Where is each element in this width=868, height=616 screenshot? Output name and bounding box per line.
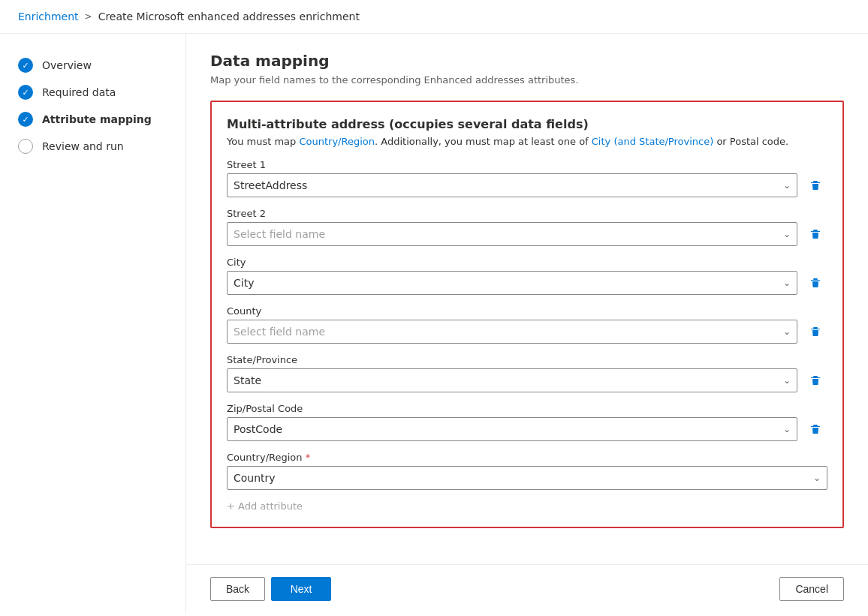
delete-btn-county[interactable] [803, 320, 827, 344]
field-select-state[interactable]: State ⌄ [227, 368, 797, 392]
field-input-row-country: Country ⌄ [227, 466, 827, 490]
field-row-county: County Select field name ⌄ [227, 305, 827, 344]
delete-btn-street1[interactable] [803, 173, 827, 197]
field-row-country: Country/Region * Country ⌄ [227, 452, 827, 490]
add-attribute-row: + Add attribute [227, 500, 827, 512]
field-label-county: County [227, 305, 827, 317]
card-desc-mid: . Additionally, you must map at least on… [375, 136, 592, 147]
main-layout: Overview Required data Attribute mapping… [0, 34, 868, 613]
sidebar-label-attribute-mapping: Attribute mapping [42, 113, 152, 125]
field-select-street1[interactable]: StreetAddress ⌄ [227, 173, 797, 197]
mapping-card: Multi-attribute address (occupies severa… [210, 101, 844, 528]
chevron-state: ⌄ [783, 375, 791, 386]
sidebar-item-review-run[interactable]: Review and run [0, 133, 185, 160]
card-title: Multi-attribute address (occupies severa… [227, 117, 827, 131]
field-input-row-zip: PostCode ⌄ [227, 417, 827, 441]
field-row-state: State/Province State ⌄ [227, 354, 827, 392]
field-label-street2: Street 2 [227, 208, 827, 219]
field-value-city: City [234, 277, 254, 289]
chevron-county: ⌄ [783, 326, 791, 337]
field-input-row-city: City ⌄ [227, 271, 827, 295]
field-row-street1: Street 1 StreetAddress ⌄ [227, 159, 827, 197]
delete-btn-state[interactable] [803, 368, 827, 392]
sidebar-item-required-data[interactable]: Required data [0, 79, 185, 106]
back-button[interactable]: Back [210, 577, 265, 601]
field-select-zip[interactable]: PostCode ⌄ [227, 417, 797, 441]
sidebar-label-review-run: Review and run [42, 140, 124, 152]
field-input-row-street2: Select field name ⌄ [227, 222, 827, 246]
field-select-country[interactable]: Country ⌄ [227, 466, 827, 490]
chevron-street2: ⌄ [783, 229, 791, 239]
field-placeholder-county: Select field name [234, 326, 325, 338]
field-label-country: Country/Region * [227, 452, 827, 463]
field-select-county[interactable]: Select field name ⌄ [227, 320, 797, 344]
field-row-zip: Zip/Postal Code PostCode ⌄ [227, 403, 827, 441]
sidebar-item-overview[interactable]: Overview [0, 52, 185, 79]
field-label-zip: Zip/Postal Code [227, 403, 827, 414]
field-input-row-street1: StreetAddress ⌄ [227, 173, 827, 197]
step-icon-attribute-mapping [18, 112, 33, 127]
field-label-city: City [227, 257, 827, 268]
breadcrumb-current: Create Microsoft enhanced addresses enri… [98, 11, 360, 23]
field-input-row-county: Select field name ⌄ [227, 320, 827, 344]
field-value-street1: StreetAddress [234, 179, 307, 191]
sidebar-item-attribute-mapping[interactable]: Attribute mapping [0, 106, 185, 133]
field-row-street2: Street 2 Select field name ⌄ [227, 208, 827, 246]
cancel-button[interactable]: Cancel [779, 577, 844, 601]
sidebar-label-required-data: Required data [42, 86, 116, 98]
chevron-city: ⌄ [783, 278, 791, 288]
required-indicator-country: * [306, 452, 311, 463]
chevron-zip: ⌄ [783, 424, 791, 434]
delete-btn-street2[interactable] [803, 222, 827, 246]
next-button[interactable]: Next [271, 577, 331, 601]
add-attribute-label: + Add attribute [227, 500, 303, 512]
breadcrumb-separator: > [85, 11, 92, 22]
field-value-state: State [234, 374, 261, 386]
breadcrumb: Enrichment > Create Microsoft enhanced a… [0, 0, 868, 34]
field-label-street1: Street 1 [227, 159, 827, 170]
delete-btn-zip[interactable] [803, 417, 827, 441]
chevron-country: ⌄ [813, 473, 821, 483]
chevron-street1: ⌄ [783, 180, 791, 191]
field-placeholder-street2: Select field name [234, 228, 325, 240]
card-desc-prefix: You must map [227, 136, 299, 147]
step-icon-required-data [18, 85, 33, 100]
card-desc-link1: Country/Region [299, 136, 375, 147]
footer: Back Next Cancel [186, 564, 868, 613]
card-desc-suffix: or Postal code. [713, 136, 788, 147]
step-icon-review-run [18, 139, 33, 154]
footer-left: Back Next [210, 577, 331, 601]
page-title: Data mapping [210, 52, 844, 70]
field-label-state: State/Province [227, 354, 827, 365]
card-description: You must map Country/Region. Additionall… [227, 136, 827, 147]
field-select-city[interactable]: City ⌄ [227, 271, 797, 295]
sidebar-label-overview: Overview [42, 59, 92, 71]
delete-btn-city[interactable] [803, 271, 827, 295]
field-input-row-state: State ⌄ [227, 368, 827, 392]
field-row-city: City City ⌄ [227, 257, 827, 295]
card-desc-link2: City (and State/Province) [592, 136, 713, 147]
field-value-country: Country [234, 472, 276, 484]
field-value-zip: PostCode [234, 423, 282, 435]
sidebar: Overview Required data Attribute mapping… [0, 34, 186, 613]
page-subtitle: Map your field names to the correspondin… [210, 74, 844, 86]
field-select-street2[interactable]: Select field name ⌄ [227, 222, 797, 246]
breadcrumb-link[interactable]: Enrichment [18, 11, 79, 23]
step-icon-overview [18, 58, 33, 73]
content-area: Data mapping Map your field names to the… [186, 34, 868, 613]
